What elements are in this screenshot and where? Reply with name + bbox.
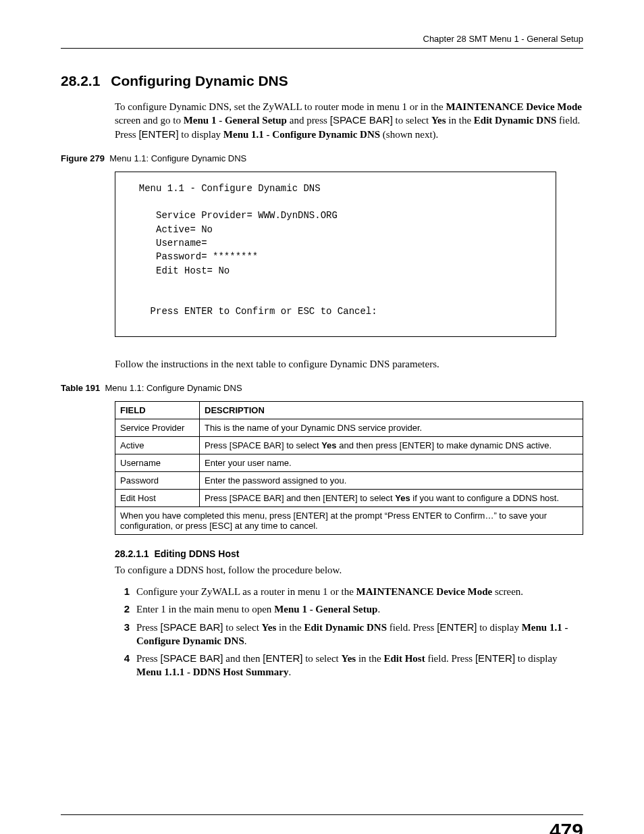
subsection-title: 28.2.1.1 Editing DDNS Host xyxy=(115,548,583,559)
table-row: Service ProviderThis is the name of your… xyxy=(115,419,583,436)
figure-title: Menu 1.1: Configure Dynamic DNS xyxy=(109,153,246,163)
cell-field: Service Provider xyxy=(115,419,200,436)
list-item: 4 Press [SPACE BAR] and then [ENTER] to … xyxy=(115,652,583,679)
key-enter: [ENTER] xyxy=(138,128,178,140)
step-marker: 2 xyxy=(115,602,130,616)
section-name: Configuring Dynamic DNS xyxy=(111,73,288,88)
list-item: 3 Press [SPACE BAR] to select Yes in the… xyxy=(115,621,583,648)
table-header-row: FIELD DESCRIPTION xyxy=(115,401,583,419)
page-number: 479 xyxy=(549,819,583,834)
key-space-bar: [SPACE BAR] xyxy=(330,114,393,126)
table-row: ActivePress [SPACE BAR] to select Yes an… xyxy=(115,436,583,454)
text: To configure Dynamic DNS, set the ZyWALL… xyxy=(115,101,446,112)
intro-block: To configure Dynamic DNS, set the ZyWALL… xyxy=(115,100,583,141)
cell-description: Press [SPACE BAR] to select Yes and then… xyxy=(200,436,583,454)
text: to select xyxy=(223,622,262,633)
text: screen and go to xyxy=(115,115,184,126)
page-header: Chapter 28 SMT Menu 1 - General Setup xyxy=(61,34,583,49)
page-footer: ZyWALL 2WG User’s Guide 479 xyxy=(61,814,583,834)
steps-list: 1 Configure your ZyWALL as a router in m… xyxy=(115,585,583,679)
text: . xyxy=(288,667,291,677)
subsection-name: Editing DDNS Host xyxy=(154,548,239,559)
text: screen. xyxy=(492,586,523,597)
subsection-number: 28.2.1.1 xyxy=(115,548,149,559)
table-row: PasswordEnter the password assigned to y… xyxy=(115,471,583,489)
table-label: Table 191 xyxy=(61,383,100,393)
step-marker: 1 xyxy=(115,585,130,598)
text: Press xyxy=(136,653,160,664)
cell-description: Press [SPACE BAR] and then [ENTER] to se… xyxy=(200,489,583,506)
text: Configure your ZyWALL as a router in men… xyxy=(136,586,356,597)
text-bold: MAINTENANCE Device Mode xyxy=(356,586,493,597)
follow-paragraph: Follow the instructions in the next tabl… xyxy=(115,357,583,371)
key-enter: [ENTER] xyxy=(263,652,302,664)
follow-block: Follow the instructions in the next tabl… xyxy=(115,357,583,371)
list-item: 1 Configure your ZyWALL as a router in m… xyxy=(115,585,583,598)
field-table: FIELD DESCRIPTION Service ProviderThis i… xyxy=(115,401,583,535)
cell-field: Password xyxy=(115,471,200,489)
text-bold: Menu 1 - General Setup xyxy=(184,115,287,126)
text: . xyxy=(377,604,380,615)
text-bold: Menu 1.1 - Configure Dynamic DNS xyxy=(223,129,380,140)
step-text: Press [SPACE BAR] and then [ENTER] to se… xyxy=(136,652,583,679)
cell-field: Active xyxy=(115,436,200,454)
key-enter: [ENTER] xyxy=(437,621,477,633)
text: (shown next). xyxy=(380,129,438,140)
text: Press xyxy=(136,622,160,633)
text-bold: Menu 1.1.1 - DDNS Host Summary xyxy=(136,667,288,677)
step-marker: 4 xyxy=(115,652,130,679)
text-bold: Menu 1 - General Setup xyxy=(274,604,377,615)
text: to display xyxy=(477,622,521,633)
section-number: 28.2.1 xyxy=(61,73,100,88)
table-footer-row: When you have completed this menu, press… xyxy=(115,506,583,534)
intro-paragraph: To configure Dynamic DNS, set the ZyWALL… xyxy=(115,100,583,141)
step-text: Enter 1 in the main menu to open Menu 1 … xyxy=(136,602,380,616)
step-text: Configure your ZyWALL as a router in men… xyxy=(136,585,523,598)
text-bold: Edit Dynamic DNS xyxy=(474,115,557,126)
cell-field: Edit Host xyxy=(115,489,200,506)
text-bold: Edit Host xyxy=(383,653,425,664)
table-title: Menu 1.1: Configure Dynamic DNS xyxy=(105,383,242,393)
key-space-bar: [SPACE BAR] xyxy=(160,621,223,633)
text: and then xyxy=(223,653,263,664)
text: and press xyxy=(287,115,330,126)
cell-description: This is the name of your Dynamic DNS ser… xyxy=(200,419,583,436)
text-bold: Yes xyxy=(342,653,356,664)
text: in the xyxy=(276,622,304,633)
table-row: Edit HostPress [SPACE BAR] and then [ENT… xyxy=(115,489,583,506)
cell-description: Enter your user name. xyxy=(200,454,583,471)
text: to select xyxy=(393,115,431,126)
text-bold: Yes xyxy=(431,115,446,126)
text: field. Press xyxy=(387,622,437,633)
step-text: Press [SPACE BAR] to select Yes in the E… xyxy=(136,621,583,648)
text: . xyxy=(244,635,247,646)
text: to select xyxy=(302,653,341,664)
figure-caption: Figure 279 Menu 1.1: Configure Dynamic D… xyxy=(61,153,583,163)
text: in the xyxy=(356,653,383,664)
table-caption: Table 191 Menu 1.1: Configure Dynamic DN… xyxy=(61,383,583,393)
subsection-intro-block: To configure a DDNS host, follow the pro… xyxy=(115,563,583,577)
figure-label: Figure 279 xyxy=(61,153,105,163)
col-description: DESCRIPTION xyxy=(200,401,583,419)
cell-field: Username xyxy=(115,454,200,471)
text: Enter 1 in the main menu to open xyxy=(136,604,274,615)
table-footer-text: When you have completed this menu, press… xyxy=(115,506,583,534)
text: in the xyxy=(446,115,474,126)
step-marker: 3 xyxy=(115,621,130,648)
section-title: 28.2.1 Configuring Dynamic DNS xyxy=(61,73,583,89)
subsection-intro: To configure a DDNS host, follow the pro… xyxy=(115,563,583,577)
chapter-label: Chapter 28 SMT Menu 1 - General Setup xyxy=(423,34,584,44)
table-row: UsernameEnter your user name. xyxy=(115,454,583,471)
text-bold: Edit Dynamic DNS xyxy=(304,622,387,633)
terminal-box: Menu 1.1 - Configure Dynamic DNS Service… xyxy=(115,172,556,337)
text-bold: MAINTENANCE Device Mode xyxy=(446,101,582,112)
key-space-bar: [SPACE BAR] xyxy=(160,652,223,664)
cell-description: Enter the password assigned to you. xyxy=(200,471,583,489)
text-bold: Yes xyxy=(262,622,277,633)
key-enter: [ENTER] xyxy=(475,652,515,664)
text: to display xyxy=(515,653,558,664)
text: to display xyxy=(179,129,223,140)
col-field: FIELD xyxy=(115,401,200,419)
list-item: 2 Enter 1 in the main menu to open Menu … xyxy=(115,602,583,616)
text: field. Press xyxy=(425,653,475,664)
